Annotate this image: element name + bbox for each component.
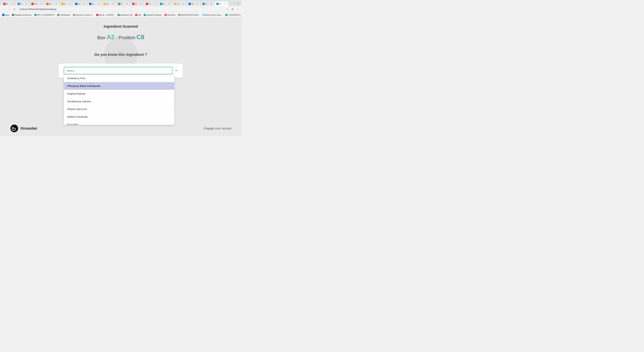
bookmark-deploye[interactable]: egredients deploye	[143, 13, 163, 16]
tab-title-2: Datasette - 1...	[21, 3, 24, 5]
tab-title-1: Branches - df /...	[6, 3, 11, 5]
tab-close-6[interactable]: ✕	[83, 2, 85, 5]
tab-10[interactable]: df / df-egredi... ✕	[130, 1, 144, 6]
bookmark-mvp[interactable]: MVP_E-GREDIENTS	[34, 13, 55, 16]
bookmark-apps[interactable]: Apps	[1, 13, 10, 16]
bookmark-react-label: Build a React Switc...	[205, 14, 222, 16]
bookmarks-bar: Apps Managed bookmarks MVP_E-GREDIENTS G…	[0, 12, 242, 17]
tab-close-1[interactable]: ✕	[12, 2, 14, 5]
tab-7[interactable]: Givaudan Inter... ✕	[87, 1, 102, 6]
bookmark-mail[interactable]: mail	[134, 13, 142, 16]
tab-favicon-8	[104, 3, 106, 5]
bookmark-storybook[interactable]: Storybook	[164, 13, 176, 16]
ressources-icon	[178, 14, 180, 16]
react-icon	[202, 14, 204, 16]
maximize-button[interactable]: □	[233, 1, 236, 5]
tab-14[interactable]: String.prototy... ✕	[187, 1, 200, 6]
tab-close-4[interactable]: ✕	[55, 2, 57, 5]
tab-title-5: Quick Start G...	[64, 3, 68, 5]
dropdown-item-phenyoxy[interactable]: Phenyoxy Ethyl Isobutyrate	[64, 82, 174, 90]
tab-close-8[interactable]: ✕	[112, 2, 114, 5]
tab-15[interactable]: E-GREDIENTS ✕	[200, 1, 214, 6]
dropdown-item-decalactone[interactable]: Decalactone Gamma	[64, 97, 174, 105]
position-code: C8	[136, 34, 144, 40]
dropdown-item-prunolide[interactable]: Prunolide	[64, 121, 174, 125]
tab-11[interactable]: Pipelines - df /... ✕	[144, 1, 158, 6]
tab-favicon-6	[75, 3, 78, 5]
tab-13[interactable]: JavaScript cha... ✕	[172, 1, 187, 6]
bookmark-givemeapps-label: GiveMeApps	[60, 14, 70, 16]
page-content: Ingredient Scanned Box A2 - Position C8 …	[0, 17, 242, 136]
raccourcis-icon	[73, 14, 75, 16]
browser-chrome: Branches - df /... ✕ Datasette - 1... ✕ …	[0, 0, 242, 17]
bookmark-ressources[interactable]: RESSOURCES DESI...	[177, 13, 201, 16]
deploye-icon	[144, 14, 146, 16]
nav-buttons: ← → ↻	[1, 7, 17, 11]
tab-9[interactable]: Tryit Editor v3.6 ✕	[116, 1, 130, 6]
givaudan-icon	[10, 124, 18, 133]
tab-close-13[interactable]: ✕	[182, 2, 185, 5]
footer: Givaudan Engage your senses	[0, 124, 242, 133]
tab-close-14[interactable]: ✕	[196, 2, 198, 5]
dropdown-scroll[interactable]: Strawberry Pure Phenyoxy Ethyl Isobutyra…	[64, 74, 174, 125]
storybook-icon	[164, 14, 166, 16]
bookmark-marvel[interactable]: Marvel - E-GREDI...	[96, 13, 116, 16]
tab-title-3: M code student...	[34, 3, 39, 5]
tab-close-15[interactable]: ✕	[210, 2, 212, 5]
ingredient-select-input[interactable]	[64, 67, 173, 74]
minimize-button[interactable]: －	[228, 1, 232, 5]
tab-close-2[interactable]: ✕	[25, 2, 28, 5]
tab-close-5[interactable]: ✕	[69, 2, 71, 5]
tab-2[interactable]: Datasette - 1... ✕	[16, 1, 29, 6]
dropdown-item-dihydro[interactable]: Dihydro Myrcenol	[64, 105, 174, 113]
tab-3[interactable]: M code student... ✕	[30, 1, 44, 6]
bookmark-givemeapps[interactable]: GiveMeApps	[56, 13, 71, 16]
marvel-icon	[96, 14, 98, 16]
close-button[interactable]: ✕	[236, 1, 240, 5]
tab-8[interactable]: JavaScript DO... ✕	[102, 1, 116, 6]
bookmark-raccourcis[interactable]: Raccourcis clavier p...	[72, 13, 94, 16]
bookmark-react[interactable]: Build a React Switc...	[202, 13, 224, 16]
tab-close-3[interactable]: ✕	[40, 2, 42, 5]
dropdown-item-methyl[interactable]: Methyl Cinnamate	[64, 113, 174, 121]
tab-close-11[interactable]: ✕	[154, 2, 156, 5]
managed-icon	[12, 14, 14, 16]
menu-button[interactable]: ⋮	[236, 7, 240, 11]
tab-favicon-15	[202, 3, 205, 5]
mail-icon	[135, 14, 137, 16]
tab-1[interactable]: Branches - df /... ✕	[1, 1, 16, 6]
bookmark-egredients[interactable]: Egredients site	[117, 13, 133, 16]
tab-favicon-9	[118, 3, 120, 5]
tab-favicon-10	[132, 3, 134, 5]
back-button[interactable]: ←	[1, 7, 6, 11]
tab-favicon-3	[31, 3, 34, 5]
dropdown-item-strawberry-pure[interactable]: Strawberry Pure	[64, 74, 174, 82]
forward-button[interactable]: →	[7, 7, 12, 11]
url-bar[interactable]: localhost:3000/studentdailytestsmellpage	[18, 7, 224, 11]
edit-icon[interactable]: ✏	[175, 69, 178, 72]
box-label-prefix: Box	[97, 35, 105, 40]
tab-4[interactable]: How to Use - St... ✕	[44, 1, 59, 6]
tab-favicon-11	[146, 3, 148, 5]
bookmark-storybook-label: Storybook	[167, 14, 176, 16]
tab-6[interactable]: Givaudan - H... ✕	[73, 1, 87, 6]
bookmark-button[interactable]: ☆	[225, 7, 230, 11]
bookmark-managed[interactable]: Managed bookmarks	[11, 13, 32, 16]
tab-16[interactable]: E-GREDIENTS ✕	[214, 1, 228, 6]
select-row: ✏	[64, 67, 178, 74]
bookmark-managed-label: Managed bookmarks	[14, 14, 32, 16]
extensions-button[interactable]: ⚙	[230, 7, 235, 11]
tab-close-9[interactable]: ✕	[126, 2, 128, 5]
bookmark-egredients-parf[interactable]: E-GREDIENTS_PARF...	[224, 13, 242, 16]
select-container: ✏ Strawberry Pure Phenyoxy Ethyl Isobuty…	[59, 63, 183, 78]
tab-12[interactable]: E-GREDIENTS ✕	[158, 1, 172, 6]
tab-title-4: How to Use - St...	[49, 3, 54, 5]
tab-close-7[interactable]: ✕	[97, 2, 100, 5]
dropdown-item-eugenol[interactable]: Eugenol Natural	[64, 90, 174, 97]
tab-close-12[interactable]: ✕	[168, 2, 170, 5]
tab-favicon-5	[61, 3, 64, 5]
reload-button[interactable]: ↻	[12, 7, 17, 11]
tab-5[interactable]: Quick Start G... ✕	[59, 1, 73, 6]
tab-close-16[interactable]: ✕	[224, 2, 226, 5]
tab-close-10[interactable]: ✕	[140, 2, 142, 5]
